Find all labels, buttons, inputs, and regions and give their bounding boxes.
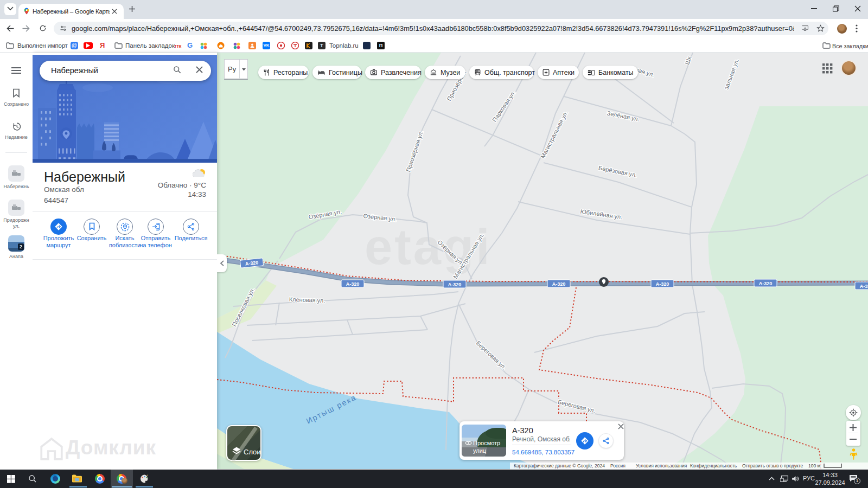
- svg-text:А-320: А-320: [860, 284, 868, 289]
- svg-text:А-320: А-320: [552, 281, 566, 287]
- svg-text:А-320: А-320: [656, 281, 669, 287]
- svg-text:Кленовая ул.: Кленовая ул.: [289, 296, 326, 304]
- svg-text:А-320: А-320: [448, 282, 462, 287]
- svg-text:А-320: А-320: [346, 281, 360, 287]
- svg-text:А-320: А-320: [759, 281, 773, 286]
